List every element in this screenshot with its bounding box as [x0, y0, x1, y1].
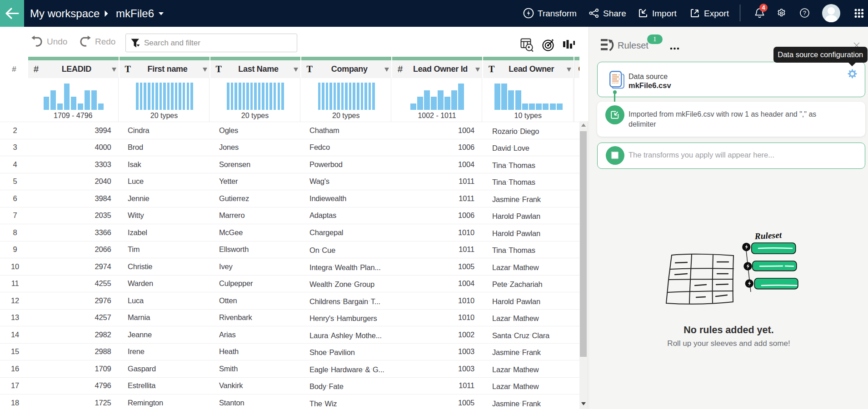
svg-text:?: ? — [803, 10, 806, 16]
svg-text:Ruleset: Ruleset — [754, 230, 782, 241]
